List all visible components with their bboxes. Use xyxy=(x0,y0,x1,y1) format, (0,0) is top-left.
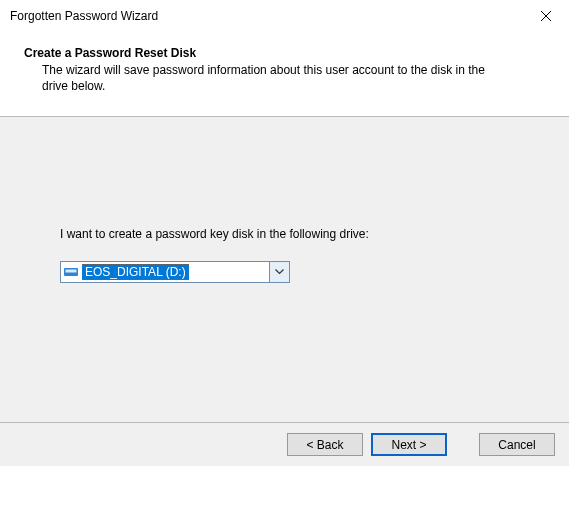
wizard-body: I want to create a password key disk in … xyxy=(0,117,569,422)
close-button[interactable] xyxy=(523,0,569,32)
back-button[interactable]: < Back xyxy=(287,433,363,456)
chevron-down-icon[interactable] xyxy=(269,262,289,282)
close-icon xyxy=(541,8,551,24)
drive-icon xyxy=(64,266,78,278)
drive-select[interactable]: EOS_DIGITAL (D:) xyxy=(60,261,290,283)
next-button[interactable]: Next > xyxy=(371,433,447,456)
wizard-footer: < Back Next > Cancel xyxy=(0,422,569,466)
drive-select-text: EOS_DIGITAL (D:) xyxy=(82,264,189,280)
page-description: The wizard will save password informatio… xyxy=(24,62,514,94)
titlebar: Forgotten Password Wizard xyxy=(0,0,569,32)
cancel-button[interactable]: Cancel xyxy=(479,433,555,456)
page-title: Create a Password Reset Disk xyxy=(24,46,545,60)
window-title: Forgotten Password Wizard xyxy=(10,9,158,23)
drive-prompt-label: I want to create a password key disk in … xyxy=(60,227,369,241)
drive-select-value: EOS_DIGITAL (D:) xyxy=(61,262,269,282)
svg-rect-3 xyxy=(66,270,77,273)
wizard-header: Create a Password Reset Disk The wizard … xyxy=(0,32,569,117)
